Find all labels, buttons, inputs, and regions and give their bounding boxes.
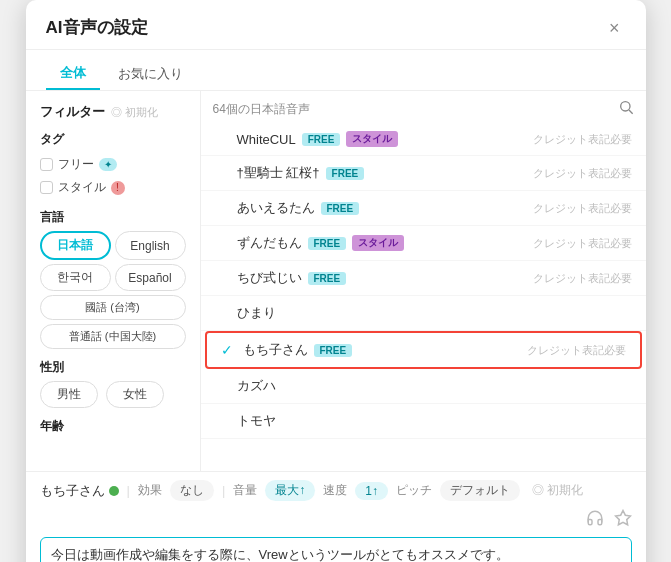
search-icon-button[interactable] <box>618 99 634 119</box>
age-label: 年齢 <box>40 418 186 435</box>
lang-es[interactable]: Español <box>115 264 186 291</box>
preview-textarea[interactable]: 今日は動画作成や編集をする際に、Vrewというツールがとてもオススメです。 <box>40 537 632 562</box>
voice-item-aieyutan[interactable]: あいえるたん FREE クレジット表記必要 <box>201 191 646 226</box>
badge-style: スタイル <box>352 235 404 251</box>
dialog-header: AI音声の設定 × <box>26 0 646 50</box>
voice-name: ちび式じい <box>237 269 302 287</box>
bottom-controls: もち子さん | 効果 なし | 音量 最大↑ 速度 1↑ ピッチ デフォルト ◎… <box>26 471 646 562</box>
controls-reset[interactable]: ◎ 初期化 <box>532 482 583 499</box>
ctrl-icons <box>586 509 632 531</box>
filter-title: フィルター <box>40 103 105 121</box>
effect-pill[interactable]: なし <box>170 480 214 501</box>
voice-list: WhiteCUL FREE スタイル クレジット表記必要 †聖騎士 紅桜† FR… <box>201 123 646 471</box>
pitch-pill[interactable]: デフォルト <box>440 480 520 501</box>
filter-reset-link[interactable]: ◎ 初期化 <box>111 105 158 120</box>
tag-free[interactable]: フリー ✦ <box>40 153 186 176</box>
ctrl-voice-name: もち子さん <box>40 482 119 500</box>
lang-ko[interactable]: 한국어 <box>40 264 111 291</box>
voice-item-chibisijii[interactable]: ちび式じい FREE クレジット表記必要 <box>201 261 646 296</box>
voice-item-whitecul[interactable]: WhiteCUL FREE スタイル クレジット表記必要 <box>201 123 646 156</box>
language-grid: 日本語 English 한국어 Español 國語 (台湾) 普通話 (中国大… <box>40 231 186 349</box>
speed-pill[interactable]: 1↑ <box>355 482 388 500</box>
svg-line-1 <box>629 110 633 114</box>
tab-all[interactable]: 全体 <box>46 58 100 90</box>
badge-free: FREE <box>308 237 347 250</box>
voice-item-seikishi[interactable]: †聖騎士 紅桜† FREE クレジット表記必要 <box>201 156 646 191</box>
gender-row: 男性 女性 <box>40 381 186 408</box>
tag-free-checkbox[interactable] <box>40 158 53 171</box>
lang-tw[interactable]: 國語 (台湾) <box>40 295 186 320</box>
tag-style-checkbox[interactable] <box>40 181 53 194</box>
text-area-row: 今日は動画作成や編集をする際に、Vrewというツールがとてもオススメです。 <box>40 537 632 562</box>
svg-point-0 <box>620 102 629 111</box>
voice-count: 64個の日本語音声 <box>213 101 310 118</box>
control-row: もち子さん | 効果 なし | 音量 最大↑ 速度 1↑ ピッチ デフォルト ◎… <box>40 480 632 531</box>
lang-cn[interactable]: 普通話 (中国大陸) <box>40 324 186 349</box>
left-panel: フィルター ◎ 初期化 タグ フリー ✦ スタイル ! 言語 日本語 Engli… <box>26 91 201 471</box>
gender-female[interactable]: 女性 <box>106 381 164 408</box>
dialog-title: AI音声の設定 <box>46 16 148 39</box>
tab-bar: 全体 お気に入り <box>26 50 646 91</box>
tag-style-badge: ! <box>111 181 125 195</box>
voice-name: †聖騎士 紅桜† <box>237 164 320 182</box>
credit-text: クレジット表記必要 <box>533 201 632 216</box>
voice-item-tomoya[interactable]: トモヤ <box>201 404 646 439</box>
badge-free: FREE <box>314 344 353 357</box>
check-mark: ✓ <box>221 342 237 358</box>
credit-text: クレジット表記必要 <box>533 132 632 147</box>
badge-free: FREE <box>302 133 341 146</box>
badge-free: FREE <box>321 202 360 215</box>
gender-label: 性別 <box>40 359 186 376</box>
gender-male[interactable]: 男性 <box>40 381 98 408</box>
lang-ja[interactable]: 日本語 <box>40 231 111 260</box>
badge-free: FREE <box>308 272 347 285</box>
voice-name: トモヤ <box>237 412 276 430</box>
voice-name: WhiteCUL <box>237 132 296 147</box>
ai-voice-settings-dialog: AI音声の設定 × 全体 お気に入り フィルター ◎ 初期化 タグ フリー ✦ … <box>26 0 646 562</box>
effect-label: 効果 <box>138 482 162 499</box>
headphone-icon-button[interactable] <box>586 509 604 531</box>
tag-style-label: スタイル <box>58 179 106 196</box>
voice-name: ずんだもん <box>237 234 302 252</box>
tag-style[interactable]: スタイル ! <box>40 176 186 199</box>
tags-label: タグ <box>40 131 186 148</box>
language-label: 言語 <box>40 209 186 226</box>
speed-label: 速度 <box>323 482 347 499</box>
pitch-label: ピッチ <box>396 482 432 499</box>
volume-pill[interactable]: 最大↑ <box>265 480 315 501</box>
filter-header: フィルター ◎ 初期化 <box>40 103 186 121</box>
voice-name: あいえるたん <box>237 199 315 217</box>
svg-marker-2 <box>615 511 630 525</box>
tab-favorites[interactable]: お気に入り <box>104 59 197 89</box>
badge-style: スタイル <box>346 131 398 147</box>
right-panel: 64個の日本語音声 WhiteCUL FREE スタイル <box>201 91 646 471</box>
credit-text: クレジット表記必要 <box>533 271 632 286</box>
tag-free-label: フリー <box>58 156 94 173</box>
volume-label: 音量 <box>233 482 257 499</box>
voice-name: ひまり <box>237 304 276 322</box>
search-bar: 64個の日本語音声 <box>201 91 646 123</box>
lang-en[interactable]: English <box>115 231 186 260</box>
voice-name: カズハ <box>237 377 276 395</box>
voice-name-label: もち子さん <box>40 482 105 500</box>
voice-item-mochiko[interactable]: ✓ もち子さん FREE クレジット表記必要 <box>205 331 642 369</box>
credit-text: クレジット表記必要 <box>527 343 626 358</box>
status-dot <box>109 486 119 496</box>
close-button[interactable]: × <box>603 17 626 39</box>
credit-text: クレジット表記必要 <box>533 166 632 181</box>
tag-free-badge: ✦ <box>99 158 117 171</box>
credit-text: クレジット表記必要 <box>533 236 632 251</box>
body-area: フィルター ◎ 初期化 タグ フリー ✦ スタイル ! 言語 日本語 Engli… <box>26 91 646 471</box>
voice-name: もち子さん <box>243 341 308 359</box>
star-icon-button[interactable] <box>614 509 632 531</box>
voice-item-himari[interactable]: ひまり <box>201 296 646 331</box>
badge-free: FREE <box>326 167 365 180</box>
voice-item-kazuha[interactable]: カズハ <box>201 369 646 404</box>
voice-item-zundamon[interactable]: ずんだもん FREE スタイル クレジット表記必要 <box>201 226 646 261</box>
